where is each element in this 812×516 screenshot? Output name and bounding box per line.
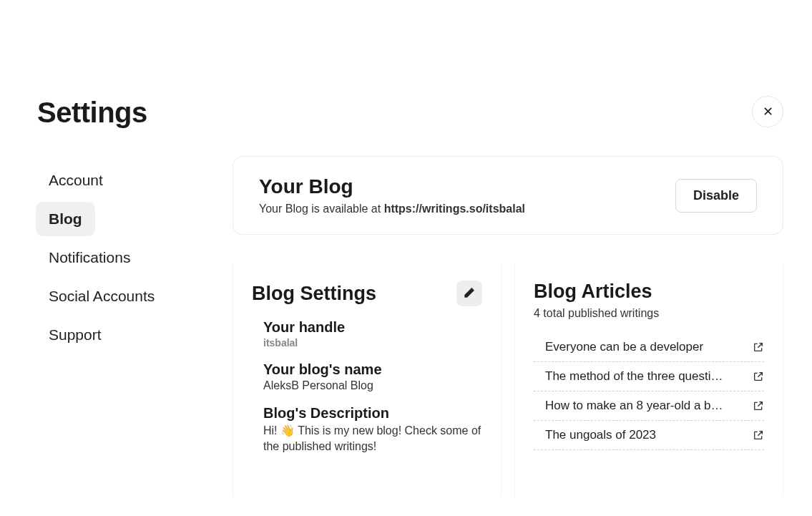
article-item[interactable]: The ungoals of 2023 — [534, 421, 764, 450]
sidebar-item-notifications[interactable]: Notifications — [36, 240, 222, 275]
your-blog-title: Your Blog — [259, 175, 525, 198]
sidebar-item-social-accounts[interactable]: Social Accounts — [36, 279, 222, 313]
blog-subtitle-prefix: Your Blog is available at — [259, 203, 384, 215]
close-icon: ✕ — [763, 104, 773, 120]
close-button[interactable]: ✕ — [752, 96, 783, 127]
external-link-icon — [753, 429, 764, 441]
blog-settings-title: Blog Settings — [252, 283, 376, 305]
columns: Blog Settings Your handle itsbalal Your … — [233, 263, 783, 497]
handle-field: Your handle itsbalal — [252, 319, 482, 349]
pencil-icon — [464, 287, 475, 301]
settings-sidebar: Account Blog Notifications Social Accoun… — [36, 163, 222, 356]
page-title: Settings — [37, 97, 147, 129]
desc-rest: This is my new blog! Check some of the p… — [263, 424, 481, 452]
desc-prefix: Hi! — [263, 424, 280, 437]
article-item[interactable]: How to make an 8 year-old a better ... — [534, 391, 764, 421]
sidebar-item-blog[interactable]: Blog — [36, 202, 95, 236]
blog-desc-label: Blog's Description — [263, 405, 482, 422]
blog-settings-card: Blog Settings Your handle itsbalal Your … — [233, 263, 502, 497]
your-blog-subtitle: Your Blog is available at https://writin… — [259, 203, 525, 215]
blog-name-value: AleksB Personal Blog — [263, 379, 482, 392]
article-title: The ungoals of 2023 — [545, 428, 656, 442]
sidebar-item-support[interactable]: Support — [36, 318, 222, 352]
article-item[interactable]: Everyone can be a developer — [534, 333, 764, 362]
blog-settings-header: Blog Settings — [252, 281, 482, 306]
blog-articles-title: Blog Articles — [534, 281, 652, 303]
external-link-icon — [753, 371, 764, 382]
blog-url[interactable]: https://writings.so/itsbalal — [384, 203, 525, 215]
article-title: How to make an 8 year-old a better ... — [545, 399, 724, 413]
external-link-icon — [753, 341, 764, 353]
blog-articles-subtitle: 4 total published writings — [534, 307, 764, 320]
blog-name-field: Your blog's name AleksB Personal Blog — [252, 361, 482, 392]
sidebar-item-account[interactable]: Account — [36, 163, 222, 198]
blog-articles-card: Blog Articles 4 total published writings… — [514, 263, 783, 497]
blog-desc-value: Hi! 👋 This is my new blog! Check some of… — [263, 423, 482, 455]
edit-blog-settings-button[interactable] — [456, 281, 482, 306]
handle-label: Your handle — [263, 319, 482, 336]
blog-name-label: Your blog's name — [263, 361, 482, 378]
your-blog-card: Your Blog Your Blog is available at http… — [233, 156, 783, 235]
article-title: The method of the three questions!... — [545, 369, 724, 384]
main-content: Your Blog Your Blog is available at http… — [233, 156, 783, 497]
external-link-icon — [753, 400, 764, 412]
article-list: Everyone can be a developer The method o… — [534, 333, 764, 450]
your-blog-info: Your Blog Your Blog is available at http… — [259, 175, 525, 215]
disable-button[interactable]: Disable — [675, 179, 757, 213]
article-title: Everyone can be a developer — [545, 340, 703, 354]
blog-desc-field: Blog's Description Hi! 👋 This is my new … — [252, 405, 482, 455]
wave-emoji-icon: 👋 — [280, 423, 295, 439]
article-item[interactable]: The method of the three questions!... — [534, 362, 764, 391]
handle-value: itsbalal — [263, 337, 482, 349]
blog-articles-header: Blog Articles — [534, 281, 764, 303]
